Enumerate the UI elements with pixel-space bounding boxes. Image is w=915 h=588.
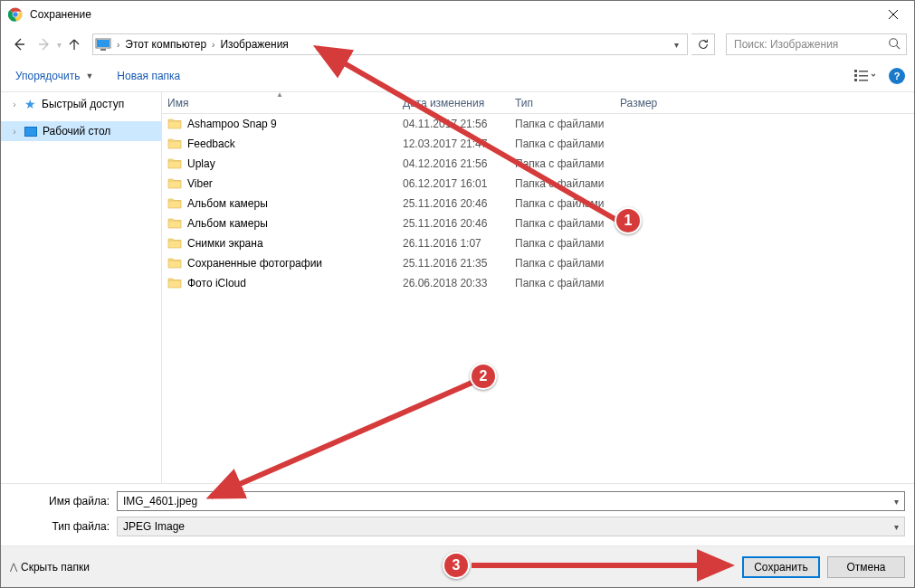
svg-rect-7 (854, 70, 857, 72)
cell-name: Сохраненные фотографии (162, 256, 397, 270)
file-name: Uplay (187, 157, 215, 170)
filename-input[interactable] (117, 491, 905, 511)
list-row[interactable]: Фото iCloud26.06.2018 20:33Папка с файла… (162, 273, 914, 293)
cell-type: Папка с файлами (510, 217, 615, 230)
cell-type: Папка с файлами (510, 157, 615, 170)
organize-button[interactable]: Упорядочить ▼ (10, 66, 99, 86)
new-folder-label: Новая папка (117, 70, 180, 82)
breadcrumb-item[interactable]: Изображения (218, 36, 290, 52)
help-button[interactable]: ? (889, 68, 905, 84)
folder-icon (167, 276, 182, 290)
search-icon (888, 37, 901, 52)
list-row[interactable]: Альбом камеры25.11.2016 20:46Папка с фай… (162, 213, 914, 233)
folder-icon (167, 256, 182, 270)
filetype-label: Тип файла: (10, 520, 117, 533)
filename-dropdown[interactable]: ▾ (889, 493, 903, 509)
this-pc-icon (95, 36, 111, 52)
search-input[interactable] (732, 37, 888, 52)
file-name: Feedback (187, 138, 235, 150)
sidebar-item-quick-access[interactable]: › ★ Быстрый доступ (1, 94, 161, 114)
search-box[interactable] (726, 33, 907, 55)
column-header-date[interactable]: Дата изменения (397, 92, 510, 114)
cell-name: Фото iCloud (162, 276, 397, 290)
nav-up-button[interactable] (63, 33, 85, 55)
cell-type: Папка с файлами (510, 237, 615, 250)
list-row[interactable]: Uplay04.12.2016 21:56Папка с файлами (162, 154, 914, 174)
nav-history-dropdown[interactable]: ▾ (57, 40, 62, 50)
breadcrumb-item[interactable]: Этот компьютер (123, 36, 208, 52)
cell-date: 26.06.2018 20:33 (397, 277, 510, 289)
svg-rect-9 (854, 74, 857, 77)
sidebar-item-label: Быстрый доступ (42, 98, 124, 110)
folder-icon (167, 156, 182, 171)
cell-date: 25.11.2016 20:46 (397, 197, 510, 210)
file-name: Ashampoo Snap 9 (187, 118, 277, 130)
column-header-size[interactable]: Размер (615, 92, 687, 114)
list-row[interactable]: Сохраненные фотографии25.11.2016 21:35Па… (162, 253, 914, 273)
save-button[interactable]: Сохранить (742, 556, 820, 578)
filename-row: Имя файла: ▾ (10, 491, 905, 511)
dialog-body: › ★ Быстрый доступ › Рабочий стол Имя ▲ … (1, 92, 914, 483)
cancel-button[interactable]: Отмена (827, 556, 905, 578)
cell-name: Снимки экрана (162, 236, 397, 251)
svg-rect-5 (100, 49, 106, 51)
list-row[interactable]: Ashampoo Snap 904.11.2017 21:56Папка с ф… (162, 114, 914, 134)
nav-back-button[interactable] (8, 33, 30, 55)
cell-date: 06.12.2017 16:01 (397, 177, 510, 190)
hide-folders-toggle[interactable]: ⋀ Скрыть папки (10, 561, 90, 574)
chevron-down-icon: ▼ (85, 71, 93, 81)
column-header-name[interactable]: Имя ▲ (162, 92, 397, 114)
folder-icon (167, 236, 182, 251)
star-icon: ★ (24, 97, 36, 111)
bottom-bar: ⋀ Скрыть папки Сохранить Отмена (1, 545, 914, 587)
list-row[interactable]: Альбом камеры25.11.2016 20:46Папка с фай… (162, 194, 914, 213)
cell-name: Feedback (162, 137, 397, 151)
svg-point-6 (890, 38, 898, 46)
cell-name: Viber (162, 176, 397, 191)
sort-asc-icon: ▲ (276, 92, 283, 99)
chevron-right-icon: › (212, 40, 214, 50)
filetype-select[interactable]: JPEG Image ▾ (117, 517, 905, 536)
chevron-right-icon: › (117, 40, 119, 50)
column-headers: Имя ▲ Дата изменения Тип Размер (162, 92, 914, 114)
cell-name: Ashampoo Snap 9 (162, 117, 397, 131)
folder-icon (167, 176, 182, 191)
sidebar-item-desktop[interactable]: › Рабочий стол (1, 121, 161, 141)
folder-icon (167, 117, 182, 131)
column-header-type[interactable]: Тип (510, 92, 615, 114)
folder-icon (167, 216, 182, 231)
nav-bar: ▾ › Этот компьютер › Изображения ▾ (1, 28, 914, 61)
new-folder-button[interactable]: Новая папка (111, 66, 186, 86)
breadcrumb-dropdown[interactable]: ▾ (669, 40, 683, 50)
breadcrumb-bar[interactable]: › Этот компьютер › Изображения ▾ (92, 33, 688, 55)
cell-date: 26.11.2016 1:07 (397, 237, 510, 250)
save-fields: Имя файла: ▾ Тип файла: JPEG Image ▾ (1, 483, 914, 545)
cell-name: Uplay (162, 156, 397, 171)
chevron-down-icon: ▾ (894, 522, 899, 532)
cell-name: Альбом камеры (162, 196, 397, 211)
refresh-button[interactable] (691, 33, 715, 55)
svg-rect-4 (97, 40, 110, 47)
cell-date: 04.12.2016 21:56 (397, 157, 510, 170)
list-row[interactable]: Feedback12.03.2017 21:47Папка с файлами (162, 134, 914, 154)
desktop-icon (24, 127, 37, 137)
chevron-right-icon: › (10, 100, 19, 109)
view-options-button[interactable] (854, 69, 876, 83)
arrow-up-icon (67, 37, 81, 52)
chrome-icon (8, 7, 23, 22)
list-row[interactable]: Снимки экрана26.11.2016 1:07Папка с файл… (162, 233, 914, 253)
cell-date: 25.11.2016 21:35 (397, 257, 510, 270)
list-row[interactable]: Viber06.12.2017 16:01Папка с файлами (162, 174, 914, 194)
svg-rect-12 (859, 80, 868, 81)
file-name: Снимки экрана (187, 237, 263, 250)
close-button[interactable] (872, 1, 914, 28)
svg-rect-11 (854, 79, 857, 81)
window-title: Сохранение (30, 8, 872, 21)
file-name: Альбом камеры (187, 197, 268, 210)
cell-type: Папка с файлами (510, 257, 615, 270)
arrow-left-icon (12, 37, 26, 52)
organize-label: Упорядочить (15, 70, 80, 82)
arrow-right-icon (37, 37, 52, 52)
svg-rect-10 (859, 75, 868, 77)
refresh-icon (697, 38, 710, 51)
